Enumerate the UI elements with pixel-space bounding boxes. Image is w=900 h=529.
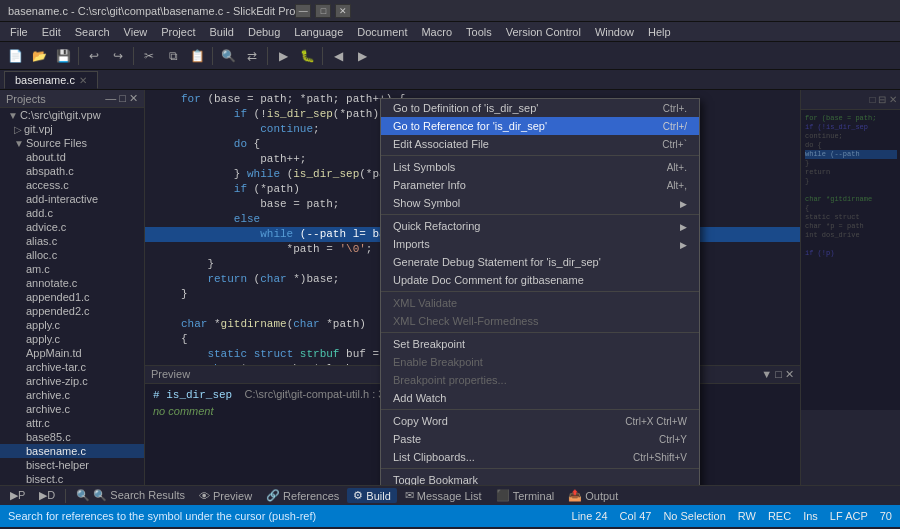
toolbar-build[interactable]: ▶ — [272, 45, 294, 67]
close-button[interactable]: ✕ — [335, 4, 351, 18]
tree-git-vpj[interactable]: ▷ git.vpj — [0, 122, 144, 136]
menu-item-document[interactable]: Document — [351, 22, 413, 41]
toolbar-back[interactable]: ◀ — [327, 45, 349, 67]
ctx-list-clips[interactable]: List Clipboards... Ctrl+Shift+V — [381, 448, 699, 466]
ctx-param-info-shortcut: Alt+, — [667, 180, 687, 191]
toolbar-new[interactable]: 📄 — [4, 45, 26, 67]
list-item[interactable]: access.c — [0, 178, 144, 192]
toolbar-debug[interactable]: 🐛 — [296, 45, 318, 67]
toolbar-redo[interactable]: ↪ — [107, 45, 129, 67]
menu-item-version-control[interactable]: Version Control — [500, 22, 587, 41]
list-item[interactable]: add.c — [0, 206, 144, 220]
bottom-toolbar: ▶P ▶D 🔍 🔍 Search Results 👁 Preview 🔗 Ref… — [0, 485, 900, 505]
list-item[interactable]: base85.c — [0, 430, 144, 444]
ctx-goto-def[interactable]: Go to Definition of 'is_dir_sep' Ctrl+. — [381, 99, 699, 117]
menu-item-edit[interactable]: Edit — [36, 22, 67, 41]
menu-item-file[interactable]: File — [4, 22, 34, 41]
menu-item-build[interactable]: Build — [203, 22, 239, 41]
list-item[interactable]: abspath.c — [0, 164, 144, 178]
toolbar-cut[interactable]: ✂ — [138, 45, 160, 67]
ctx-bp-props-label: Breakpoint properties... — [393, 374, 507, 386]
ctx-add-watch[interactable]: Add Watch — [381, 389, 699, 407]
preview-title: Preview — [151, 368, 190, 381]
bt-search-results[interactable]: 🔍 🔍 Search Results — [70, 488, 191, 503]
ctx-set-bp-label: Set Breakpoint — [393, 338, 465, 350]
preview-symbol-type: # — [153, 389, 166, 401]
tab-close-icon[interactable]: ✕ — [79, 75, 87, 86]
toolbar-forward[interactable]: ▶ — [351, 45, 373, 67]
message-list-icon: ✉ — [405, 489, 414, 502]
bt-terminal[interactable]: ⬛ Terminal — [490, 488, 561, 503]
ctx-imports[interactable]: Imports — [381, 235, 699, 253]
list-item[interactable]: about.td — [0, 150, 144, 164]
ctx-set-breakpoint[interactable]: Set Breakpoint — [381, 335, 699, 353]
list-item[interactable]: annotate.c — [0, 276, 144, 290]
ctx-toggle-bm[interactable]: Toggle Bookmark — [381, 471, 699, 485]
toolbar-find[interactable]: 🔍 — [217, 45, 239, 67]
list-item[interactable]: appended2.c — [0, 304, 144, 318]
bt-p-btn[interactable]: ▶P — [4, 488, 31, 503]
list-item[interactable]: archive.c — [0, 402, 144, 416]
list-item[interactable]: attr.c — [0, 416, 144, 430]
menu-item-view[interactable]: View — [118, 22, 154, 41]
list-item[interactable]: archive-zip.c — [0, 374, 144, 388]
list-item-selected[interactable]: basename.c — [0, 444, 144, 458]
ctx-edit-assoc-shortcut: Ctrl+` — [662, 139, 687, 150]
list-item[interactable]: alloc.c — [0, 248, 144, 262]
ctx-edit-assoc[interactable]: Edit Associated File Ctrl+` — [381, 135, 699, 153]
list-item[interactable]: appended1.c — [0, 290, 144, 304]
list-item[interactable]: AppMain.td — [0, 346, 144, 360]
bt-output[interactable]: 📤 Output — [562, 488, 624, 503]
ctx-list-symbols[interactable]: List Symbols Alt+. — [381, 158, 699, 176]
tree-source-files[interactable]: ▼ Source Files — [0, 136, 144, 150]
toolbar-replace[interactable]: ⇄ — [241, 45, 263, 67]
maximize-button[interactable]: □ — [315, 4, 331, 18]
list-item[interactable]: bisect-helper — [0, 458, 144, 472]
menu-item-language[interactable]: Language — [288, 22, 349, 41]
list-item[interactable]: apply.c — [0, 332, 144, 346]
toolbar-open[interactable]: 📂 — [28, 45, 50, 67]
status-rw: RW — [738, 510, 756, 522]
tab-basename[interactable]: basename.c ✕ — [4, 71, 98, 89]
menu-item-search[interactable]: Search — [69, 22, 116, 41]
list-item[interactable]: archive-tar.c — [0, 360, 144, 374]
tree-expand-icon2: ▷ — [14, 124, 22, 135]
bt-preview[interactable]: 👁 Preview — [193, 489, 258, 503]
menu-item-help[interactable]: Help — [642, 22, 677, 41]
toolbar-copy[interactable]: ⧉ — [162, 45, 184, 67]
tree-root[interactable]: ▼ C:\src\git\git.vpw — [0, 108, 144, 122]
menu-item-tools[interactable]: Tools — [460, 22, 498, 41]
list-item[interactable]: archive.c — [0, 388, 144, 402]
list-item[interactable]: alias.c — [0, 234, 144, 248]
minimap-controls[interactable]: □ ⊟ ✕ — [869, 94, 897, 105]
toolbar-undo[interactable]: ↩ — [83, 45, 105, 67]
minimize-button[interactable]: — — [295, 4, 311, 18]
menu-item-macro[interactable]: Macro — [415, 22, 458, 41]
ctx-paste[interactable]: Paste Ctrl+Y — [381, 430, 699, 448]
bt-references[interactable]: 🔗 References — [260, 488, 345, 503]
ctx-quick-refactor[interactable]: Quick Refactoring — [381, 217, 699, 235]
list-item[interactable]: advice.c — [0, 220, 144, 234]
toolbar-paste[interactable]: 📋 — [186, 45, 208, 67]
ctx-goto-ref[interactable]: Go to Reference for 'is_dir_sep' Ctrl+/ — [381, 117, 699, 135]
bt-d-btn[interactable]: ▶D — [33, 488, 61, 503]
list-item[interactable]: apply.c — [0, 318, 144, 332]
bt-build[interactable]: ⚙ Build — [347, 488, 396, 503]
ctx-show-symbol[interactable]: Show Symbol — [381, 194, 699, 212]
list-item[interactable]: bisect.c — [0, 472, 144, 485]
menu-bar: FileEditSearchViewProjectBuildDebugLangu… — [0, 22, 900, 42]
list-item[interactable]: add-interactive — [0, 192, 144, 206]
bt-message-list[interactable]: ✉ Message List — [399, 488, 488, 503]
menu-item-project[interactable]: Project — [155, 22, 201, 41]
toolbar-save[interactable]: 💾 — [52, 45, 74, 67]
menu-item-debug[interactable]: Debug — [242, 22, 286, 41]
ctx-update-doc[interactable]: Update Doc Comment for gitbasename — [381, 271, 699, 289]
list-item[interactable]: am.c — [0, 262, 144, 276]
ctx-param-info[interactable]: Parameter Info Alt+, — [381, 176, 699, 194]
ctx-copy-word[interactable]: Copy Word Ctrl+X Ctrl+W — [381, 412, 699, 430]
status-selection: No Selection — [663, 510, 725, 522]
menu-item-window[interactable]: Window — [589, 22, 640, 41]
ctx-edit-assoc-label: Edit Associated File — [393, 138, 489, 150]
ctx-gen-debug[interactable]: Generate Debug Statement for 'is_dir_sep… — [381, 253, 699, 271]
sidebar-content[interactable]: ▼ C:\src\git\git.vpw ▷ git.vpj ▼ Source … — [0, 108, 144, 485]
